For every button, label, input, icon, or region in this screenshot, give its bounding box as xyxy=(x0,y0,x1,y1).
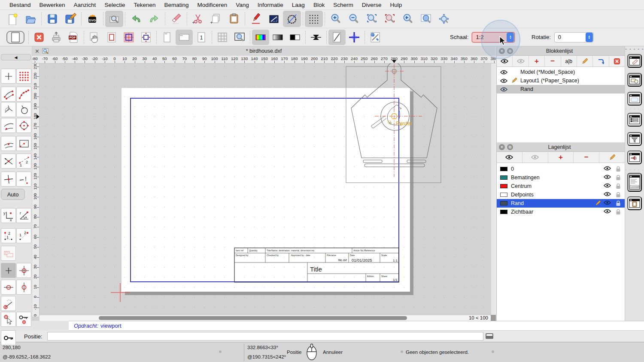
eye-icon[interactable] xyxy=(500,70,507,75)
dock-layers-button[interactable] xyxy=(627,73,642,87)
close-print-preview-button[interactable] xyxy=(30,30,48,45)
new-document-button[interactable] xyxy=(3,11,21,27)
lock-icon[interactable] xyxy=(615,166,621,172)
layer-row-zichtbaar[interactable]: Zichtbaar xyxy=(497,208,625,216)
eye-icon[interactable] xyxy=(500,78,507,83)
cut-button[interactable] xyxy=(189,11,207,27)
zoom-page-button[interactable] xyxy=(231,30,248,45)
save-as-button[interactable] xyxy=(61,11,79,27)
snap-endpoint-button[interactable] xyxy=(1,87,16,102)
snapbar-back-button[interactable]: ◀ xyxy=(1,54,31,60)
snap-grid-button[interactable] xyxy=(16,69,31,84)
layer-color-swatch[interactable] xyxy=(500,201,507,205)
grid-toggle-button[interactable] xyxy=(305,11,323,27)
menu-diverse[interactable]: Diverse xyxy=(358,2,386,8)
horizontal-scrollbar[interactable]: 10 < 100 xyxy=(39,315,491,321)
blackwhite-print-button[interactable] xyxy=(286,30,304,45)
open-file-button[interactable] xyxy=(21,11,39,27)
dock-command-options-button[interactable] xyxy=(627,113,642,127)
block-row-layout1[interactable]: Layout1 (*Paper_Space) xyxy=(497,76,625,85)
schaal-combobox[interactable]: 1:2 ▲▼ xyxy=(472,32,515,42)
fit-page-button[interactable] xyxy=(137,30,155,45)
snap-distance-button[interactable] xyxy=(16,136,31,151)
zoom-pan-button[interactable] xyxy=(435,11,453,27)
block-delete-button[interactable] xyxy=(609,56,625,66)
command-line[interactable]: Opdracht: viewport xyxy=(69,321,644,331)
svg-export-button[interactable]: SVG xyxy=(83,11,101,27)
save-button[interactable] xyxy=(43,11,61,27)
relative-polar-button[interactable]: 12 xyxy=(16,228,31,243)
dock-filter-button[interactable] xyxy=(627,132,642,146)
layer-edit-button[interactable] xyxy=(599,152,625,163)
block-row-model[interactable]: Model (*Model_Space) xyxy=(497,68,625,76)
eye-icon[interactable] xyxy=(604,192,611,196)
undo-button[interactable] xyxy=(127,11,145,27)
zoom-previous-button[interactable] xyxy=(381,11,399,27)
layer-color-swatch[interactable] xyxy=(500,167,507,171)
zero-vertical-button[interactable] xyxy=(16,280,31,295)
grayscale-print-button[interactable] xyxy=(269,30,286,45)
grid-3x3-button[interactable] xyxy=(214,30,231,45)
dock-library-button[interactable] xyxy=(627,92,642,106)
lock-icon[interactable] xyxy=(615,192,621,198)
landscape-button[interactable] xyxy=(176,30,193,45)
current-viewport-button[interactable] xyxy=(4,30,27,45)
pdf-export-button[interactable]: PDF xyxy=(65,30,82,45)
layer-color-swatch[interactable] xyxy=(500,210,507,214)
draw-pencil-button[interactable] xyxy=(247,11,265,27)
snap-tangent-button[interactable] xyxy=(1,118,16,133)
pan-page-button[interactable] xyxy=(86,30,103,45)
dock-commandline-button[interactable]: command xyxy=(627,173,642,192)
layer-hide-all-button[interactable] xyxy=(522,152,548,163)
eye-icon[interactable] xyxy=(604,200,611,205)
eye-icon[interactable] xyxy=(604,175,611,179)
menu-informatie[interactable]: Informatie xyxy=(253,2,288,8)
rotatie-combobox[interactable]: 0 ▲▼ xyxy=(554,32,594,42)
coordinate-polar-button[interactable]: ra xyxy=(16,208,31,223)
dock-notify-button[interactable] xyxy=(627,151,642,164)
layer-row-0[interactable]: 0 xyxy=(497,165,625,173)
print-button[interactable] xyxy=(48,30,65,45)
zero-angle-button[interactable] xyxy=(1,296,16,311)
zoom-back-button[interactable] xyxy=(399,11,417,27)
lock-relative-zero-button[interactable] xyxy=(1,330,16,345)
menu-bewerken[interactable]: Bewerken xyxy=(35,2,70,8)
horizontal-scrollbar-thumb[interactable] xyxy=(99,316,407,320)
layer-row-rand[interactable]: Rand xyxy=(497,199,625,208)
dock-clipboard-button[interactable] xyxy=(627,196,642,210)
block-row-rand[interactable]: Rand xyxy=(497,85,625,94)
zoom-in-button[interactable] xyxy=(327,11,345,27)
draft-mode-button[interactable] xyxy=(328,30,346,45)
select-shape-button[interactable] xyxy=(1,246,16,261)
menu-tekenen[interactable]: Tekenen xyxy=(129,2,160,8)
restrict-orthogonal-button[interactable] xyxy=(1,172,16,187)
layer-color-swatch[interactable] xyxy=(500,175,507,180)
layer-add-button[interactable]: + xyxy=(548,152,574,163)
page-border-button[interactable] xyxy=(103,30,120,45)
draw-line-button[interactable] xyxy=(265,11,283,27)
layer-color-swatch[interactable] xyxy=(500,184,507,188)
eye-icon[interactable] xyxy=(604,209,611,214)
snap-intersection-manual-button[interactable]: 12 xyxy=(16,154,31,169)
snap-center-button[interactable] xyxy=(16,118,31,133)
eye-icon[interactable] xyxy=(604,183,611,188)
block-hide-all-button[interactable] xyxy=(513,56,529,66)
color-print-button[interactable] xyxy=(252,30,269,45)
vertical-scrollbar[interactable] xyxy=(491,63,496,315)
print-preview-button[interactable] xyxy=(105,11,123,27)
block-rename-button[interactable]: a|b xyxy=(561,56,577,66)
zero-key-button[interactable] xyxy=(16,312,31,327)
layer-row-centrum[interactable]: Centrum xyxy=(497,182,625,190)
layer-remove-button[interactable]: − xyxy=(574,152,599,163)
block-insert-button[interactable] xyxy=(593,56,609,66)
single-page-button[interactable]: 1 xyxy=(193,30,210,45)
layers-undock-icon[interactable]: ⧉ xyxy=(507,144,513,150)
block-remove-button[interactable]: − xyxy=(545,56,561,66)
menu-hulp[interactable]: Hulp xyxy=(386,2,406,8)
lock-icon[interactable] xyxy=(615,183,621,189)
layer-color-swatch[interactable] xyxy=(500,193,507,197)
lock-icon[interactable] xyxy=(615,209,621,215)
redo-button[interactable] xyxy=(145,11,163,27)
snap-on-entity-button[interactable] xyxy=(16,87,31,102)
snap-free-button[interactable] xyxy=(1,69,16,84)
